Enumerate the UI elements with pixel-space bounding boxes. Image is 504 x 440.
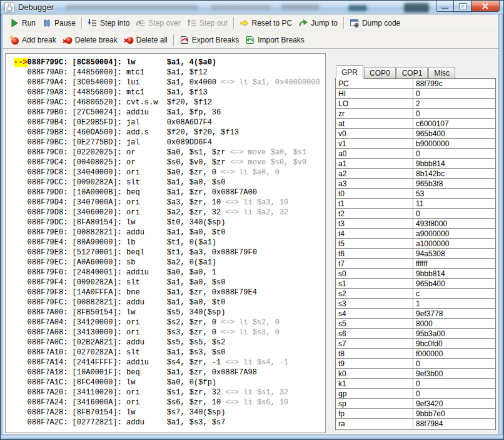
- register-row[interactable]: atc6000107: [336, 119, 495, 129]
- register-value[interactable]: 0: [413, 389, 495, 398]
- register-row[interactable]: zr0: [336, 109, 495, 119]
- register-row[interactable]: s79bc0fd0: [336, 339, 495, 349]
- register-row[interactable]: k09ef3b00: [336, 369, 495, 379]
- disassembly-line[interactable]: 088F79A4: [3C054000]: lui $a1, 0x4000 <=…: [14, 78, 325, 88]
- disassembly-line[interactable]: 088F79EC: [A0A60000]: sb $a2, 0($a1): [14, 258, 325, 268]
- register-value[interactable]: f000000: [413, 349, 495, 358]
- disassembly-line[interactable]: 088F79A0: [44856000]: mtc1 $a1, $f12: [14, 68, 325, 78]
- register-value[interactable]: 0: [413, 109, 495, 118]
- disassembly-line[interactable]: 088F79D8: [34060020]: ori $a2, $zr, 32 <…: [14, 208, 325, 218]
- disassembly-line[interactable]: 088F7A1C: [8FC40000]: lw $a0, 0($fp): [14, 378, 325, 388]
- disassembly-line[interactable]: 088F7A0C: [02B2A821]: addu $s5, $s5, $s2: [14, 338, 325, 348]
- register-value[interactable]: a1000000: [413, 239, 495, 248]
- maximize-button[interactable]: [454, 1, 471, 12]
- register-value[interactable]: 88f799c: [413, 79, 495, 88]
- step-over-button[interactable]: Step over: [133, 17, 183, 29]
- step-into-button[interactable]: Step into: [84, 17, 133, 29]
- disassembly-line[interactable]: 088F79C4: [00408025]: or $s0, $v0, $zr <…: [14, 158, 325, 168]
- register-row[interactable]: fp9bbb7e0: [336, 409, 495, 419]
- disassembly-line[interactable]: 088F79B4: [0E29B5FD]: jal 0x08A6D7F4: [14, 118, 325, 128]
- register-row[interactable]: s31: [336, 299, 495, 309]
- register-row[interactable]: t053: [336, 189, 495, 199]
- register-row[interactable]: t3493f8000: [336, 219, 495, 229]
- minimize-button[interactable]: [436, 1, 454, 12]
- register-value[interactable]: 965b400: [413, 279, 495, 288]
- close-button[interactable]: [471, 1, 500, 12]
- register-row[interactable]: s58000: [336, 319, 495, 329]
- register-value[interactable]: 9bbb814: [413, 159, 495, 168]
- disassembly-line[interactable]: 088F79AC: [46806520]: cvt.s.w $f20, $f12: [14, 98, 325, 108]
- register-value[interactable]: c6000107: [413, 119, 495, 128]
- register-row[interactable]: a19bbb814: [336, 159, 495, 169]
- disassembly-line[interactable]: 088F79C0: [02202025]: or $a0, $s1, $zr <…: [14, 148, 325, 158]
- register-row[interactable]: a3965b3f8: [336, 179, 495, 189]
- delete-break-button[interactable]: Delete break: [59, 34, 121, 46]
- disassembly-line[interactable]: 088F7A28: [8FB70154]: lw $s7, 340($sp): [14, 408, 325, 418]
- register-row[interactable]: k10: [336, 379, 495, 389]
- disassembly-line[interactable]: 088F7A10: [0270282A]: slt $a1, $s3, $s0: [14, 348, 325, 358]
- register-row[interactable]: a00: [336, 149, 495, 159]
- register-row[interactable]: HI0: [336, 89, 495, 99]
- register-row[interactable]: t20: [336, 209, 495, 219]
- register-value[interactable]: 2: [413, 99, 495, 108]
- register-value[interactable]: 9ef3778: [413, 309, 495, 318]
- register-value[interactable]: 0: [413, 359, 495, 368]
- register-row[interactable]: t694a5308: [336, 249, 495, 259]
- disassembly-line[interactable]: 088F79B0: [27C50024]: addiu $a1, $fp, 36: [14, 108, 325, 118]
- register-value[interactable]: a9000000: [413, 229, 495, 238]
- pause-button[interactable]: Pause: [39, 17, 79, 29]
- disassembly-line[interactable]: 088F79C8: [34040000]: ori $a0, $zr, 0 <=…: [14, 168, 325, 178]
- register-value[interactable]: c: [413, 289, 495, 298]
- tab-cop1[interactable]: COP1: [396, 67, 428, 78]
- delete-all-button[interactable]: Delete all: [121, 34, 171, 46]
- register-row[interactable]: s695b3a00: [336, 329, 495, 339]
- dump-code-button[interactable]: Dump code: [346, 17, 403, 29]
- register-value[interactable]: 493f8000: [413, 219, 495, 228]
- register-row[interactable]: t8f000000: [336, 349, 495, 359]
- register-value[interactable]: 95b3a00: [413, 329, 495, 338]
- disassembly-line[interactable]: -->088F799C: [8C850004]: lw $a1, 4($a0): [14, 58, 325, 68]
- register-row[interactable]: v1b9000000: [336, 139, 495, 149]
- register-value[interactable]: 88f7984: [413, 419, 495, 429]
- disassembly-list[interactable]: -->088F799C: [8C850004]: lw $a1, 4($a0) …: [5, 53, 326, 433]
- register-value[interactable]: ffffff: [413, 259, 495, 268]
- register-row[interactable]: ra88f7984: [336, 419, 495, 429]
- register-value[interactable]: 0: [413, 209, 495, 218]
- register-row[interactable]: PC88f799c: [336, 79, 495, 89]
- register-value[interactable]: 9bbb814: [413, 269, 495, 278]
- disassembly-line[interactable]: 088F79F8: [14A0FFFA]: bne $a1, $zr, 0x08…: [14, 288, 325, 298]
- register-value[interactable]: 0: [413, 379, 495, 388]
- run-button[interactable]: Run: [6, 17, 39, 29]
- register-value[interactable]: 8b142bc: [413, 169, 495, 178]
- disassembly-line[interactable]: 088F79B8: [460DA500]: add.s $f20, $f20, …: [14, 128, 325, 138]
- register-value[interactable]: 11: [413, 199, 495, 208]
- title-bar[interactable]: Debugger: [1, 1, 503, 14]
- register-row[interactable]: t5a1000000: [336, 239, 495, 249]
- register-value[interactable]: b9000000: [413, 139, 495, 148]
- register-value[interactable]: 965b400: [413, 129, 495, 138]
- register-value[interactable]: 53: [413, 189, 495, 198]
- disassembly-line[interactable]: 088F79E4: [80A90000]: lb $t1, 0($a1): [14, 238, 325, 248]
- tab-gpr[interactable]: GPR: [336, 65, 363, 78]
- register-row[interactable]: t111: [336, 199, 495, 209]
- step-out-button[interactable]: Step out: [184, 17, 231, 29]
- disassembly-line[interactable]: 088F79F4: [0090282A]: slt $a1, $a0, $s0: [14, 278, 325, 288]
- reset-to-pc-button[interactable]: Reset to PC: [236, 17, 296, 29]
- register-value[interactable]: 9ef3b00: [413, 369, 495, 378]
- import-breaks-button[interactable]: Import Breaks: [242, 34, 308, 46]
- disassembly-line[interactable]: 088F7A00: [8FB50154]: lw $s5, 340($sp): [14, 308, 325, 318]
- disassembly-line[interactable]: 088F79D4: [3407000A]: ori $a3, $zr, 10 <…: [14, 198, 325, 208]
- register-row[interactable]: s2c: [336, 289, 495, 299]
- tab-misc[interactable]: Misc: [428, 67, 455, 78]
- disassembly-line[interactable]: 088F7A18: [10A0001F]: beq $a1, $zr, 0x08…: [14, 368, 325, 378]
- disassembly-line[interactable]: 088F7A2C: [02772821]: addu $a1, $s3, $s7: [14, 418, 325, 428]
- register-value[interactable]: 0: [413, 89, 495, 98]
- jump-to-button[interactable]: Jump to: [295, 17, 341, 29]
- register-row[interactable]: a28b142bc: [336, 169, 495, 179]
- export-breaks-button[interactable]: Export Breaks: [176, 34, 242, 46]
- register-row[interactable]: s09bbb814: [336, 269, 495, 279]
- disassembly-line[interactable]: 088F7A14: [2414FFFF]: addiu $s4, $zr, -1…: [14, 358, 325, 368]
- register-value[interactable]: 94a5308: [413, 249, 495, 258]
- register-table[interactable]: PC88f799cHI0LO2zr0atc6000107v0965b400v1b…: [335, 78, 496, 430]
- register-value[interactable]: 9bbb7e0: [413, 409, 495, 418]
